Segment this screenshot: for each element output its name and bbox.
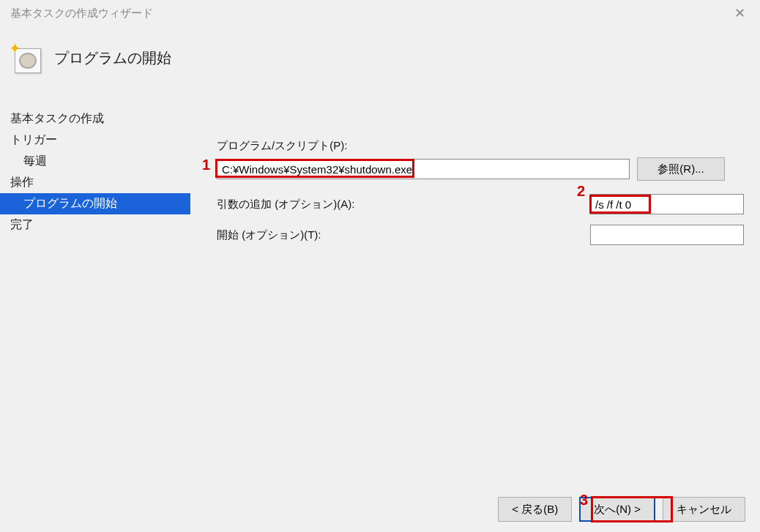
page-title: プログラムの開始 — [54, 48, 171, 68]
form-row-startin: 開始 (オプション)(T): — [217, 225, 744, 245]
titlebar: 基本タスクの作成ウィザード ✕ — [0, 0, 760, 26]
form-area: プログラム/スクリプト(P): 参照(R)... 引数の追加 (オプション)(A… — [217, 139, 744, 255]
form-row-program: プログラム/スクリプト(P): 参照(R)... — [217, 139, 744, 181]
window-title: 基本タスクの作成ウィザード — [10, 7, 153, 20]
startin-input[interactable] — [590, 225, 744, 245]
args-label: 引数の追加 (オプション)(A): — [217, 198, 510, 211]
sidebar-item-startprogram[interactable]: プログラムの開始 — [0, 193, 190, 214]
program-input[interactable] — [217, 159, 630, 179]
browse-button[interactable]: 参照(R)... — [637, 157, 725, 181]
sidebar-item-basictask[interactable]: 基本タスクの作成 — [0, 108, 190, 130]
close-icon[interactable]: ✕ — [729, 2, 751, 24]
wizard-sidebar: 基本タスクの作成 トリガー 毎週 操作 プログラムの開始 完了 — [0, 108, 190, 236]
args-input[interactable] — [590, 194, 744, 214]
wizard-footer: < 戻る(B) 次へ(N) > キャンセル — [498, 497, 745, 522]
next-button[interactable]: 次へ(N) > — [579, 497, 655, 522]
sidebar-item-weekly[interactable]: 毎週 — [0, 151, 190, 172]
form-row-args: 引数の追加 (オプション)(A): — [217, 194, 744, 214]
wizard-header: ✦ プログラムの開始 — [0, 26, 760, 92]
sidebar-item-finish[interactable]: 完了 — [0, 214, 190, 236]
back-button[interactable]: < 戻る(B) — [498, 497, 572, 522]
cancel-button[interactable]: キャンセル — [663, 497, 745, 522]
wizard-icon: ✦ — [10, 42, 41, 73]
startin-label: 開始 (オプション)(T): — [217, 228, 510, 242]
sidebar-item-action[interactable]: 操作 — [0, 172, 190, 193]
sidebar-item-trigger[interactable]: トリガー — [0, 130, 190, 151]
annotation-marker-1: 1 — [202, 157, 210, 173]
program-label: プログラム/スクリプト(P): — [217, 139, 347, 153]
